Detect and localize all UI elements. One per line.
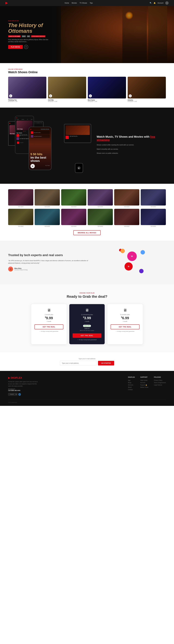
footer-link-legal[interactable]: Legal Notices <box>154 384 166 386</box>
show-title-antasha: Antasha <box>128 99 166 101</box>
hero-content: NOW RELEASE The History of Ottomans IMDB… <box>8 20 49 49</box>
pricing-guarantee-1: ✓ 30 days money-back guarantee <box>34 331 63 332</box>
navigation: ▶ Home Movies TV Shows Tips 🔍 🔔 Account <box>0 0 174 6</box>
show-play-icon-civil: ▶ <box>49 94 52 98</box>
footer-link-mediacenter[interactable]: Media Center <box>140 386 148 388</box>
tablet-content-image <box>66 126 90 135</box>
promo-footer: ▶ Top Tracks <box>30 162 50 168</box>
movie-thumb-4 <box>88 189 113 206</box>
pricing-section: CHOOSE YOUR PLAN Ready to Grab the deal?… <box>0 284 174 352</box>
nav-home[interactable]: Home <box>64 2 69 4</box>
hero-section: NOW RELEASE The History of Ottomans IMDB… <box>0 6 174 63</box>
show-card-civil[interactable]: ▶ Civil War EPISODE • 1-8H <box>48 77 86 102</box>
hero-service: STREAMING SERVICE <box>31 35 46 37</box>
pricing-plan-label-2: 12 streaming plan <box>72 314 102 316</box>
streaming-cta-link[interactable]: free streaming <box>97 135 155 141</box>
artist-name: FKA Twigs <box>10 133 15 134</box>
language-select[interactable]: English <box>8 393 18 396</box>
email-input[interactable] <box>60 361 97 366</box>
footer-link-support[interactable]: Support 🔒 <box>140 384 148 386</box>
promo-phone: ▶ AVAILABLE OFFLINE Just Like Fire (Pre.… <box>28 126 52 170</box>
footer-link-services[interactable]: Services <box>128 384 135 386</box>
show-thumb-civil <box>48 77 86 98</box>
nav-right: 🔍 🔔 Account <box>150 1 168 4</box>
watch-shows-section: ONLINE STREAMING Watch Shows Online ▶ Th… <box>0 63 174 108</box>
pricing-plan-label-1: 1 month plan <box>34 314 63 316</box>
promo-header: ▶ AVAILABLE OFFLINE <box>30 128 50 130</box>
footer-phone[interactable]: Call 0800-380-4444 <box>8 390 20 391</box>
promo-track-item-2: You Stole My Heart A... <box>30 135 50 138</box>
nav-movies[interactable]: Movies <box>72 2 77 4</box>
footer-link-helpcenter[interactable]: Help Center <box>140 380 148 381</box>
show-thumb-antasha <box>128 77 166 98</box>
movie-label-9: Nomaded <box>61 226 86 227</box>
trusted-title: Trusted by tech experts and real users <box>8 253 91 257</box>
phone-artist-name: FKA Twigs <box>17 128 23 130</box>
show-card-thinking[interactable]: ▶ Thinking You EPISODE • 1-8H <box>8 77 46 102</box>
movie-card-7[interactable]: Nomaded <box>8 209 33 227</box>
movie-card-9[interactable]: Nomaded <box>61 209 86 227</box>
pricing-btn-3[interactable]: GET THE DEAL <box>111 324 140 329</box>
show-play-icon-game: ▶ <box>89 94 92 98</box>
footer-link-app[interactable]: App <box>128 380 135 381</box>
footer-link-privacy[interactable]: Privacy Policy <box>154 380 166 381</box>
streaming-content: Watch Music, TV Shows and Movies with fr… <box>97 135 166 156</box>
phone-ya-playlist: ya Top 50 <box>20 142 23 143</box>
footer-col-support: SUPPORT Help Center Account Support 🔒 Me… <box>140 376 148 396</box>
email-label: Type your e-mail address <box>8 358 166 360</box>
footer-col-title-digiflex: DIGIFLEX <box>128 376 135 378</box>
movies-row-2: Nomaded Nomaded Nomaded Nomaded Nomaded … <box>8 209 166 227</box>
account-label[interactable]: Account <box>158 2 164 4</box>
add-to-list-button[interactable]: + <box>24 45 28 49</box>
movie-card-6[interactable]: Nomaded <box>141 189 166 208</box>
nav-tips[interactable]: Tips <box>90 2 93 4</box>
movie-thumb-12 <box>141 209 166 225</box>
show-card-game[interactable]: ▶ Best Game EPISODE • 1-8H <box>88 77 126 102</box>
phone-track-name-2: You Stole My Heart A... <box>20 138 29 139</box>
show-thumb-thinking <box>8 77 46 98</box>
promo-play-button[interactable]: ▶ <box>30 164 35 168</box>
notification-icon[interactable]: 🔔 <box>154 2 156 4</box>
movie-card-8[interactable]: Nomaded <box>35 209 60 227</box>
watch-play-icon: ▶ <box>77 166 80 170</box>
movie-card-2[interactable]: Nomaded <box>35 189 60 208</box>
movie-card-3[interactable]: Nomaded <box>61 189 86 208</box>
pricing-btn-2[interactable]: GET THE DEAL <box>72 333 102 338</box>
nav-tvshows[interactable]: TV Shows <box>80 2 87 4</box>
footer-link-blogs[interactable]: Blogs <box>128 382 135 384</box>
search-icon[interactable]: 🔍 <box>150 2 152 4</box>
movie-card-11[interactable]: Nomaded <box>114 209 139 227</box>
footer-description: Format for custom plain types from one n… <box>8 381 38 387</box>
email-section: Type your e-mail address GO STARTED <box>0 352 174 371</box>
user-avatar[interactable] <box>165 1 168 4</box>
tablet-track-num: 1 <box>70 137 78 138</box>
hero-title-line1: The History of <box>8 22 43 28</box>
movie-card-4[interactable]: Nomaded <box>88 189 113 208</box>
browse-all-movies-button[interactable]: BROWSE ALL MOVIES <box>74 230 100 235</box>
hero-warrior-1 <box>122 6 147 63</box>
devices-mockup: ▶ HOME MUSIC TV SHOWS TIPS FKA Twigs <box>8 116 91 176</box>
footer-top: ▶ DIGIFLEX Format for custom plain types… <box>8 376 166 396</box>
footer-link-about[interactable]: About <box>128 386 135 388</box>
movie-label-10: Nomaded <box>88 226 113 227</box>
show-card-antasha[interactable]: ▶ Antasha EPISODE • 1-8H <box>128 77 166 102</box>
pricing-btn-1[interactable]: GET THE DEAL <box>34 324 63 329</box>
pricing-period-1: / month <box>34 321 63 322</box>
pricing-currency-2: $ <box>83 316 84 318</box>
show-title-game: Best Game <box>88 99 126 101</box>
hero-badge: NOW RELEASE <box>8 20 49 22</box>
movie-card-10[interactable]: Nomaded <box>88 209 113 227</box>
footer-contact: Questions? Call 0800-380-4444 <box>8 388 122 391</box>
movie-card-5[interactable]: Nomaded <box>114 189 139 208</box>
go-started-button[interactable]: GO STARTED <box>98 361 114 366</box>
play-movie-button[interactable]: PLAY MOVIE <box>8 45 23 49</box>
movie-card-12[interactable]: Nomaded <box>141 209 166 227</box>
footer-link-account[interactable]: Account <box>140 382 148 384</box>
pricing-price-3: $6.99 <box>111 316 140 320</box>
movie-card-1[interactable]: Nomaded <box>8 189 33 208</box>
user-avatar-3 <box>139 269 144 273</box>
shows-grid: ▶ Thinking You EPISODE • 1-8H ▶ Civil Wa… <box>8 77 166 102</box>
footer-link-contact[interactable]: Contact <box>128 389 135 390</box>
footer-link-terms[interactable]: Terms & Agreement <box>154 382 166 384</box>
streaming-para-1: Stream content while roaming the world w… <box>97 144 166 146</box>
